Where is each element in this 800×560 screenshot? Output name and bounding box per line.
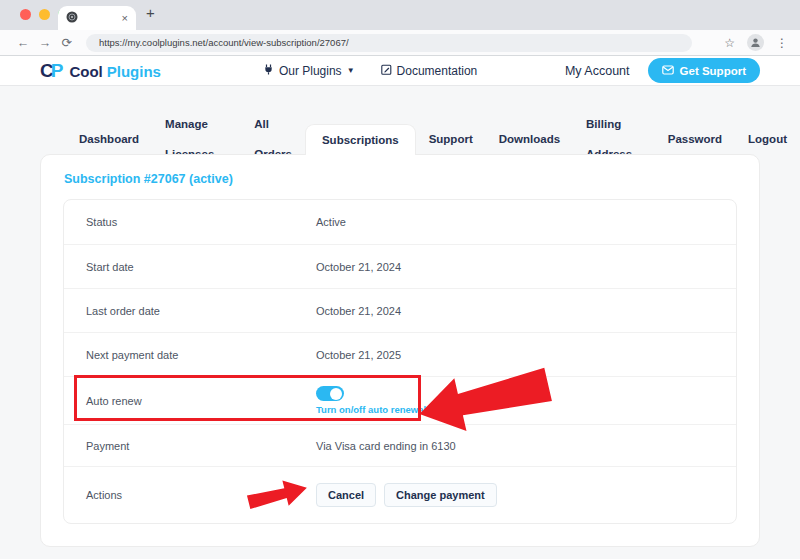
start-date-value: October 21, 2024	[316, 261, 401, 273]
tab-dashboard[interactable]: Dashboard	[66, 124, 152, 154]
browser-tabstrip: × +	[0, 0, 800, 30]
page-title: Subscription #27067 (active)	[41, 155, 759, 199]
tab-logout[interactable]: Logout	[735, 124, 800, 154]
subscription-card: Subscription #27067 (active) Status Acti…	[40, 154, 760, 547]
table-row-actions: Actions Cancel Change payment	[64, 466, 736, 523]
nav-documentation[interactable]: Documentation	[381, 64, 478, 78]
logo-word-plugins: Plugins	[107, 63, 161, 80]
browser-tab[interactable]: ×	[58, 6, 136, 30]
auto-renew-toggle[interactable]	[316, 386, 344, 401]
favicon-icon	[66, 9, 78, 27]
logo-word-cool: Cool	[69, 63, 102, 80]
plugin-icon	[263, 64, 274, 78]
chevron-down-icon: ▼	[347, 66, 355, 75]
table-row-payment: Payment Via Visa card ending in 6130	[64, 424, 736, 466]
toggle-knob	[330, 388, 342, 400]
last-order-date-value: October 21, 2024	[316, 305, 401, 317]
toolbar-right: ☆ ⋮	[724, 34, 788, 51]
subscription-details-table: Status Active Start date October 21, 202…	[63, 199, 737, 524]
table-row-next-payment-date: Next payment date October 21, 2025	[64, 332, 736, 376]
browser-menu-icon[interactable]: ⋮	[776, 36, 788, 50]
table-row-auto-renew: Auto renew Turn on/off auto renewals	[64, 376, 736, 424]
profile-avatar[interactable]	[747, 34, 764, 51]
document-edit-icon	[381, 64, 392, 78]
logo-mark-icon: CP	[40, 60, 60, 82]
tab-password[interactable]: Password	[655, 124, 735, 154]
next-payment-date-value: October 21, 2025	[316, 349, 401, 361]
table-row-status: Status Active	[64, 200, 736, 244]
auto-renew-link[interactable]: Turn on/off auto renewals	[316, 404, 431, 415]
close-tab-icon[interactable]: ×	[122, 13, 128, 24]
site-logo[interactable]: CP Cool Plugins	[40, 60, 161, 82]
row-label: Last order date	[86, 305, 316, 317]
nav-our-plugins-label: Our Plugins	[279, 64, 342, 78]
address-bar[interactable]: https://my.coolplugins.net/account/view-…	[86, 34, 692, 52]
minimize-window-button[interactable]	[39, 9, 50, 20]
forward-icon[interactable]: →	[34, 36, 56, 50]
nav-our-plugins[interactable]: Our Plugins ▼	[263, 64, 355, 78]
row-label: Start date	[86, 261, 316, 273]
table-row-start-date: Start date October 21, 2024	[64, 244, 736, 288]
my-account-link[interactable]: My Account	[565, 64, 630, 78]
status-value: Active	[316, 216, 346, 228]
table-row-last-order-date: Last order date October 21, 2024	[64, 288, 736, 332]
bookmark-star-icon[interactable]: ☆	[724, 36, 735, 50]
close-window-button[interactable]	[20, 9, 31, 20]
tab-support[interactable]: Support	[416, 124, 486, 154]
row-label: Auto renew	[86, 395, 316, 407]
get-support-label: Get Support	[680, 65, 746, 77]
tab-subscriptions[interactable]: Subscriptions	[305, 124, 416, 155]
cancel-button[interactable]: Cancel	[316, 483, 376, 507]
site-header: CP Cool Plugins Our Plugins ▼ Documentat…	[0, 56, 800, 85]
url-text: https://my.coolplugins.net/account/view-…	[99, 37, 349, 48]
row-label: Payment	[86, 440, 316, 452]
account-tabs: Dashboard Manage Licenses All Orders Sub…	[66, 124, 800, 154]
tab-downloads[interactable]: Downloads	[486, 124, 573, 154]
nav-documentation-label: Documentation	[397, 64, 478, 78]
mail-icon	[662, 65, 674, 77]
back-icon[interactable]: ←	[12, 36, 34, 50]
page-main: Dashboard Manage Licenses All Orders Sub…	[0, 85, 800, 559]
reload-icon[interactable]: ⟳	[56, 35, 78, 50]
header-right: My Account Get Support	[565, 58, 760, 83]
new-tab-button[interactable]: +	[146, 4, 155, 21]
row-label: Status	[86, 216, 316, 228]
annotation-small-arrow-icon	[243, 473, 313, 520]
get-support-button[interactable]: Get Support	[648, 58, 760, 83]
row-label: Next payment date	[86, 349, 316, 361]
browser-toolbar: ← → ⟳ https://my.coolplugins.net/account…	[0, 30, 800, 56]
header-nav: Our Plugins ▼ Documentation	[263, 64, 477, 78]
actions-buttons: Cancel Change payment	[316, 483, 497, 507]
change-payment-button[interactable]: Change payment	[384, 483, 497, 507]
